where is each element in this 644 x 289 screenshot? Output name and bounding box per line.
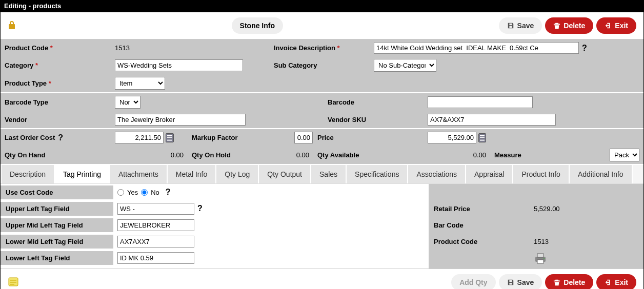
tab-associations[interactable]: Associations	[408, 165, 466, 183]
qty-on-hold-label: Qty On Hold	[188, 146, 290, 164]
save-button[interactable]: Save	[499, 17, 542, 34]
markup-factor-input[interactable]	[294, 132, 313, 143]
lock-icon	[8, 20, 16, 31]
help-icon[interactable]: ?	[197, 204, 203, 213]
tab-qty-output[interactable]: Qty Output	[259, 165, 311, 183]
qty-on-hand-value: 0.00	[111, 146, 188, 164]
tab-qty-log[interactable]: Qty Log	[216, 165, 259, 183]
invoice-description-input[interactable]	[374, 42, 579, 54]
product-type-select[interactable]: Item	[115, 77, 165, 90]
bar-code-label: Bar Code	[429, 218, 529, 232]
svg-point-3	[544, 258, 545, 259]
tab-specifications[interactable]: Specifications	[347, 165, 408, 183]
lower-left-tag-input[interactable]	[117, 252, 194, 264]
last-order-cost-input[interactable]	[115, 132, 164, 143]
form-section-1: Product Code * 1513 Invoice Description …	[1, 39, 643, 92]
qty-available-label: Qty Available	[313, 146, 424, 164]
lower-mid-left-tag-label: Lower Mid Left Tag Field	[1, 235, 113, 249]
product-code-value: 1513	[111, 39, 270, 56]
help-icon[interactable]: ?	[166, 188, 171, 197]
tag-product-code-label: Product Code	[429, 235, 529, 249]
retail-price-label: Retail Price	[429, 202, 529, 216]
save-button-bottom[interactable]: Save	[499, 274, 542, 289]
no-label: No	[151, 189, 159, 196]
help-icon[interactable]: ?	[58, 133, 63, 142]
measure-select[interactable]: Pack	[610, 149, 639, 161]
vendor-sku-input[interactable]	[428, 114, 556, 126]
tab-appraisal[interactable]: Appraisal	[466, 165, 513, 183]
barcode-input[interactable]	[428, 96, 533, 108]
tab-additional-info[interactable]: Additional Info	[570, 165, 633, 183]
form-section-3: Last Order Cost? Markup Factor Price Qty…	[1, 128, 643, 164]
barcode-type-label: Barcode Type	[1, 93, 111, 111]
sub-category-select[interactable]: No Sub-Category	[374, 59, 436, 72]
tab-attachments[interactable]: Attachments	[110, 165, 168, 183]
price-label: Price	[313, 129, 424, 146]
barcode-type-select[interactable]: None	[115, 96, 140, 109]
stone-info-button[interactable]: Stone Info	[232, 17, 283, 34]
upper-mid-left-tag-input[interactable]	[117, 219, 194, 231]
tab-product-info[interactable]: Product Info	[513, 165, 570, 183]
barcode-label: Barcode	[324, 93, 424, 111]
use-cost-code-label: Use Cost Code	[1, 185, 113, 199]
window-body: Stone Info Save Delete Exit Product Code…	[0, 12, 644, 289]
calculator-icon[interactable]	[478, 133, 486, 142]
product-type-label: Product Type *	[1, 74, 111, 92]
svg-rect-1	[537, 254, 544, 257]
vendor-sku-label: Vendor SKU	[324, 111, 424, 128]
retail-price-value: 5,529.00	[529, 202, 565, 216]
use-cost-code-no-radio[interactable]	[141, 189, 148, 196]
vendor-label: Vendor	[1, 111, 111, 128]
qty-available-value: 0.00	[424, 146, 490, 164]
help-icon[interactable]: ?	[582, 44, 587, 53]
qty-on-hold-value: 0.00	[290, 146, 313, 164]
tab-content-tag-printing: Use Cost Code Yes No ? Upper Left Tag Fi…	[1, 183, 643, 269]
invoice-description-label: Invoice Description *	[270, 39, 370, 56]
last-order-cost-label: Last Order Cost?	[1, 129, 111, 146]
delete-button-bottom[interactable]: Delete	[545, 274, 593, 289]
lower-mid-left-tag-input[interactable]	[117, 236, 194, 247]
lower-left-tag-label: Lower Left Tag Field	[1, 251, 113, 265]
svg-rect-4	[9, 278, 18, 286]
yes-label: Yes	[127, 189, 138, 196]
use-cost-code-yes-radio[interactable]	[117, 189, 124, 196]
tab-description[interactable]: Description	[1, 165, 55, 183]
form-section-2: Barcode Type None Barcode Vendor Vendor …	[1, 92, 643, 128]
measure-label: Measure	[494, 151, 610, 159]
price-input[interactable]	[428, 132, 476, 143]
tab-metal-info[interactable]: Metal Info	[168, 165, 216, 183]
vendor-input[interactable]	[115, 114, 246, 126]
exit-button-bottom[interactable]: Exit	[596, 274, 636, 289]
qty-on-hand-label: Qty On Hand	[1, 146, 111, 164]
notes-icon[interactable]	[8, 276, 19, 289]
delete-button[interactable]: Delete	[545, 17, 593, 34]
window-title: Editing - products	[0, 0, 644, 12]
tab-sales[interactable]: Sales	[311, 165, 347, 183]
upper-left-tag-input[interactable]	[117, 203, 194, 215]
product-code-label: Product Code *	[1, 39, 111, 56]
markup-factor-label: Markup Factor	[188, 129, 290, 146]
upper-left-tag-label: Upper Left Tag Field	[1, 202, 113, 216]
category-input[interactable]	[115, 59, 243, 71]
category-label: Category *	[1, 56, 111, 74]
tab-bar: DescriptionTag PrintingAttachmentsMetal …	[1, 164, 643, 183]
sub-category-label: Sub Category	[270, 56, 370, 74]
top-toolbar: Stone Info Save Delete Exit	[1, 12, 643, 39]
bottom-toolbar: Add Qty Save Delete Exit	[1, 269, 643, 289]
tag-product-code-value: 1513	[529, 235, 554, 249]
tab-tag-printing[interactable]: Tag Printing	[55, 165, 110, 183]
upper-mid-left-tag-label: Upper Mid Left Tag Field	[1, 218, 113, 232]
calculator-icon[interactable]	[166, 133, 174, 142]
printer-icon[interactable]	[534, 253, 547, 264]
add-qty-button[interactable]: Add Qty	[451, 274, 495, 289]
svg-rect-2	[537, 260, 544, 263]
exit-button[interactable]: Exit	[596, 17, 636, 34]
